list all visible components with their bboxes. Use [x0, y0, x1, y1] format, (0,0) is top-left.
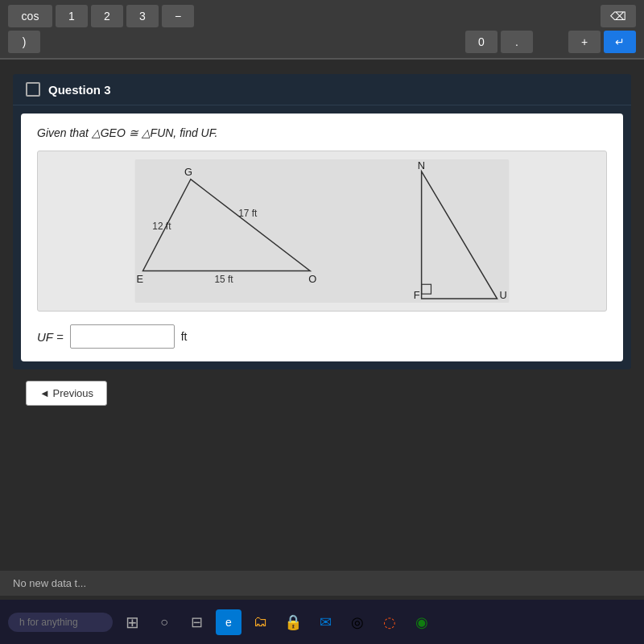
- vertex-U-label: U: [500, 289, 507, 301]
- paren-button[interactable]: ): [8, 31, 40, 53]
- answer-label: UF =: [37, 330, 64, 344]
- backspace-button[interactable]: ⌫: [601, 5, 636, 27]
- answer-unit: ft: [181, 330, 188, 343]
- side-GE-label: 12 ft: [152, 221, 171, 232]
- vertex-N-label: N: [418, 159, 425, 171]
- question-body: Given that △GEO ≅ △FUN, find UF. G E O 1…: [21, 114, 623, 361]
- diagram-container: G E O 12 ft 17 ft 15 ft F U N: [37, 151, 607, 312]
- vertex-O-label: O: [308, 273, 316, 285]
- num-0-button[interactable]: 0: [465, 31, 497, 53]
- triangle-diagram: G E O 12 ft 17 ft 15 ft F U N: [46, 159, 598, 303]
- vertex-G-label: G: [184, 166, 192, 178]
- taskbar: ⊞ ○ ⊟ e 🗂 🔒 ✉ ◎ ◌ ◉: [0, 600, 644, 644]
- app2-icon[interactable]: ◉: [409, 609, 435, 635]
- question-icon: [26, 82, 40, 97]
- plus-button[interactable]: +: [568, 31, 601, 53]
- vertex-F-label: F: [414, 289, 420, 301]
- taskbar-search[interactable]: [8, 613, 113, 632]
- question-card: Question 3 Given that △GEO ≅ △FUN, find …: [13, 74, 631, 369]
- question-text: Given that △GEO ≅ △FUN, find UF.: [37, 126, 607, 139]
- minus-button[interactable]: −: [162, 5, 194, 27]
- previous-button[interactable]: ◄ Previous: [26, 381, 107, 406]
- enter-button[interactable]: ↵: [604, 31, 636, 53]
- edge-icon[interactable]: e: [216, 609, 242, 635]
- task-view-icon[interactable]: ⊟: [184, 609, 209, 635]
- vertex-E-label: E: [137, 273, 144, 285]
- side-GO-label: 17 ft: [238, 208, 258, 219]
- uf-input[interactable]: [70, 324, 175, 349]
- num-2-button[interactable]: 2: [91, 5, 123, 27]
- chrome-icon[interactable]: ◎: [345, 609, 370, 635]
- cos-button[interactable]: cos: [8, 5, 52, 27]
- app1-icon[interactable]: ◌: [377, 609, 402, 635]
- num-3-button[interactable]: 3: [126, 5, 159, 27]
- question-title: Question 3: [48, 83, 111, 97]
- status-bar: No new data t...: [0, 571, 644, 596]
- status-text: No new data t...: [13, 577, 86, 589]
- answer-row: UF = ft: [37, 324, 607, 349]
- question-header: Question 3: [13, 74, 631, 105]
- lock-icon[interactable]: 🔒: [280, 609, 306, 635]
- calc-row-1: cos 1 2 3 − ⌫: [8, 5, 636, 27]
- windows-icon[interactable]: ⊞: [119, 609, 145, 635]
- dot-button[interactable]: .: [501, 31, 533, 53]
- num-1-button[interactable]: 1: [56, 5, 88, 27]
- question-statement: Given that △GEO ≅ △FUN, find UF.: [37, 126, 217, 139]
- side-EO-label: 15 ft: [215, 274, 234, 285]
- svg-rect-0: [135, 159, 510, 303]
- main-content: Question 3 Given that △GEO ≅ △FUN, find …: [0, 60, 644, 425]
- bottom-bar: ◄ Previous: [13, 369, 631, 417]
- calc-row-2: ) 0 . + ↵: [8, 31, 636, 53]
- search-taskbar-icon[interactable]: ○: [151, 609, 177, 635]
- calculator: cos 1 2 3 − ⌫ ) 0 . + ↵: [0, 0, 644, 60]
- file-explorer-icon[interactable]: 🗂: [248, 609, 274, 635]
- mail-icon[interactable]: ✉: [312, 609, 338, 635]
